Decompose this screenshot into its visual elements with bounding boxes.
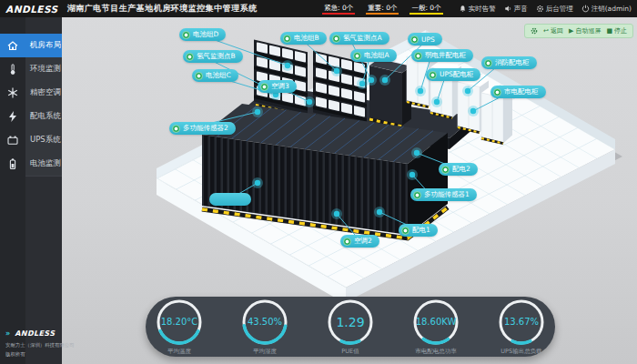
device-label[interactable]: 弱电井配电柜	[411, 49, 473, 62]
status-dot-icon	[429, 71, 437, 79]
sidebar-item-power-dist[interactable]: 配电系统	[0, 105, 62, 128]
device-label[interactable]: 电池组B	[280, 32, 327, 45]
status-dot-icon	[493, 88, 501, 96]
metric-gauge: 18.60KW市电配电总功率	[402, 298, 470, 356]
alarm-counter: 紧急: 0个	[322, 3, 355, 15]
view-settings-icon[interactable]	[531, 27, 538, 35]
scene-view-toolbar: ↩返回▶自动巡屏■停止	[524, 24, 633, 38]
device-label-text: 电池组D	[193, 30, 218, 39]
metric-value: 18.60KW	[412, 298, 460, 346]
device-label[interactable]: UPS	[408, 33, 442, 46]
sidebar-item-ups-system[interactable]: UPS系统	[0, 128, 62, 152]
sidebar-item-label: 精密空调	[25, 81, 62, 106]
device-label[interactable]: 空调2	[340, 235, 379, 248]
device-label[interactable]: 多功能传感器2	[169, 122, 236, 135]
device-dot	[470, 108, 476, 114]
sidebar-item-label: 机房布局	[25, 34, 62, 58]
bell-icon	[459, 5, 467, 13]
status-dot-icon	[441, 166, 450, 174]
device-label[interactable]: UPS配电柜	[426, 68, 480, 81]
sidebar-item-env-monitor[interactable]: 环境监测	[0, 57, 62, 81]
device-label-text: 氢气监测点A	[343, 34, 382, 43]
logout-icon	[581, 5, 590, 13]
device-label[interactable]: 电池组A	[350, 49, 397, 62]
metrics-bar: 18.20°C平均温度43.50%平均湿度1.29PUE值18.60KW市电配电…	[146, 297, 555, 357]
server-rack-row-near	[202, 104, 448, 238]
header-menu-sound[interactable]: 声音	[504, 5, 528, 14]
ups-cabinet	[369, 59, 411, 126]
header-menu-label: 声音	[514, 5, 528, 14]
device-dot	[359, 81, 365, 86]
sidebar-item-precision-ac[interactable]: 精密空调	[0, 81, 62, 105]
scene-toolbar-undo[interactable]: ↩返回	[543, 26, 563, 35]
header-menu-label: 注销(admin)	[592, 5, 632, 14]
copyright-text: 版权所有	[5, 350, 75, 358]
header-menu-gear[interactable]: 后台管理	[536, 5, 573, 14]
device-dot	[377, 209, 382, 215]
device-label[interactable]: 消防配电柜	[481, 56, 537, 69]
device-label-text: 多功能传感器2	[183, 124, 228, 133]
battery-h-icon	[0, 128, 25, 152]
device-label[interactable]: 氢气监测点B	[183, 50, 243, 63]
device-label[interactable]: 多功能传感器1	[410, 188, 477, 201]
status-dot-icon	[410, 35, 419, 44]
device-label-text: 电池组B	[294, 34, 319, 43]
home-icon	[0, 34, 25, 57]
alarm-counters: 紧急: 0个重要: 0个一般: 0个	[322, 3, 443, 15]
fan-icon	[0, 81, 25, 105]
device-label-text: 弱电井配电柜	[425, 51, 466, 60]
left-sidebar: 机房布局环境监测精密空调配电系统UPS系统电池监测 » ANDLESS 安耐力士…	[0, 17, 62, 364]
device-label-text: 空调2	[354, 237, 372, 246]
device-label[interactable]: 配电2	[439, 163, 478, 176]
sidebar-item-room-layout[interactable]: 机房布局	[0, 34, 62, 57]
scene-toolbar-play[interactable]: ▶自动巡屏	[569, 26, 601, 35]
metric-label: UPS输出总负载	[500, 348, 541, 356]
device-label-text: 配电1	[412, 226, 430, 235]
metric-label: 市电配电总功率	[415, 348, 457, 356]
bolt-icon	[0, 105, 25, 128]
device-dot	[418, 88, 423, 94]
device-dot	[255, 180, 260, 186]
device-label-text: 电池组A	[364, 51, 389, 60]
wall-front-right	[346, 149, 615, 302]
toolbar-item-label: 自动巡屏	[575, 26, 601, 35]
device-dot	[414, 150, 420, 156]
header-menu-bell[interactable]: 实时告警	[459, 5, 496, 14]
brand-logo: ANDLESS	[0, 4, 67, 15]
device-dot	[434, 99, 440, 105]
device-label[interactable]: 市电配电柜	[490, 86, 546, 98]
sidebar-item-label: 配电系统	[25, 105, 62, 129]
device-label[interactable]: 电池组D	[179, 28, 226, 41]
device-dot	[465, 88, 470, 94]
device-label[interactable]: 配电1	[399, 224, 438, 237]
metric-gauge: 43.50%平均湿度	[231, 298, 298, 356]
sidebar-item-label: 环境监测	[25, 57, 62, 82]
alarm-counter: 一般: 0个	[410, 3, 442, 15]
metric-gauge: 18.20°C平均温度	[146, 298, 213, 356]
server-rack-row-far	[246, 86, 475, 149]
scene-toolbar-stop[interactable]: ■停止	[606, 26, 627, 35]
device-label[interactable]: 空调3	[258, 80, 297, 93]
wall-front-left	[157, 178, 346, 304]
sidebar-item-battery-monitor[interactable]: 电池监测	[0, 152, 62, 176]
alarm-counter: 重要: 0个	[366, 3, 399, 15]
device-label-text: 消防配电柜	[495, 58, 530, 67]
device-dot	[334, 68, 339, 74]
device-dot	[255, 109, 260, 115]
status-dot-icon	[283, 35, 291, 43]
status-dot-icon	[353, 52, 361, 60]
thermometer-icon	[0, 57, 25, 81]
status-dot-icon	[484, 59, 492, 67]
device-label-blank[interactable]	[209, 193, 251, 206]
metric-value: 18.20°C	[156, 298, 203, 346]
device-label[interactable]: 氢气监测点A	[329, 32, 389, 45]
battery-v-icon	[0, 152, 25, 176]
toolbar-item-label: 停止	[614, 26, 627, 35]
device-dot	[307, 99, 312, 105]
floor-shadow	[162, 47, 622, 295]
device-label-text: 市电配电柜	[504, 87, 539, 96]
header-menu-logout[interactable]: 注销(admin)	[581, 5, 632, 14]
sidebar-footer: » ANDLESS 安耐力士（深圳）科技有限公司 版权所有	[5, 322, 82, 359]
device-label[interactable]: 电池组C	[192, 69, 238, 82]
top-header-bar: ANDLESS 湖南广电节目生产基地机房环境监控集中管理系统 紧急: 0个重要:…	[0, 0, 637, 17]
